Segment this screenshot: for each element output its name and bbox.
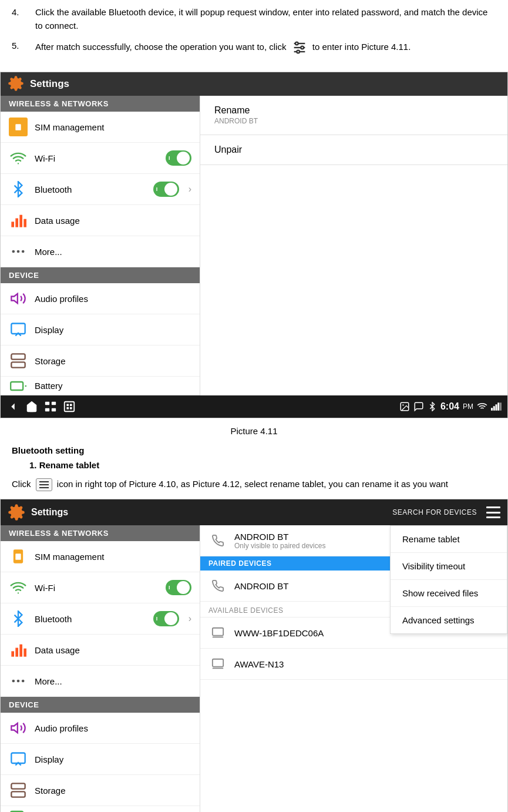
audio-icon-2 bbox=[9, 719, 28, 737]
show-received-files-dropdown[interactable]: Show received files bbox=[391, 580, 507, 607]
audio-item-1[interactable]: Audio profiles bbox=[1, 283, 200, 314]
audio-item-2[interactable]: Audio profiles bbox=[1, 713, 200, 744]
recent-icon-1[interactable] bbox=[44, 400, 57, 413]
screenshot-1: Settings WIRELESS & NETWORKS SIM managem… bbox=[0, 72, 508, 418]
rename-menu-item[interactable]: Rename ANDROID BT bbox=[200, 96, 507, 135]
data-usage-item-2[interactable]: Data usage bbox=[1, 635, 200, 666]
svg-rect-30 bbox=[66, 407, 69, 410]
data-usage-item-1[interactable]: Data usage bbox=[1, 205, 200, 236]
bt-arrow-1: › bbox=[189, 184, 191, 194]
display-label-2: Display bbox=[35, 754, 191, 764]
bluetooth-toggle-knob-1 bbox=[164, 183, 177, 196]
svg-rect-21 bbox=[11, 382, 23, 390]
storage-label-2: Storage bbox=[35, 786, 191, 796]
svg-rect-10 bbox=[19, 215, 22, 227]
wireless-section-header-1: WIRELESS & NETWORKS bbox=[1, 96, 200, 112]
svg-rect-7 bbox=[15, 124, 21, 130]
step-5-before: After match successfully, choose the ope… bbox=[35, 42, 286, 52]
svg-point-5 bbox=[297, 51, 300, 53]
settings-body-1: WIRELESS & NETWORKS SIM management bbox=[1, 96, 507, 395]
wifi-toggle-1[interactable]: I bbox=[166, 150, 191, 166]
svg-rect-8 bbox=[11, 222, 14, 227]
sim-management-item-2[interactable]: SIM management bbox=[1, 541, 200, 572]
wifi-item-2[interactable]: Wi-Fi I bbox=[1, 572, 200, 603]
battery-label-1: Battery bbox=[35, 381, 191, 391]
display-item-2[interactable]: Display bbox=[1, 744, 200, 775]
back-icon-1[interactable] bbox=[6, 400, 19, 413]
more-item-2[interactable]: More... bbox=[1, 666, 200, 697]
wifi-label-1: Wi-Fi bbox=[35, 153, 159, 163]
wifi-toggle-text-2: I bbox=[169, 585, 170, 590]
display-icon-1 bbox=[9, 320, 28, 339]
sim-label-2: SIM management bbox=[35, 552, 191, 562]
audio-label-1: Audio profiles bbox=[35, 294, 191, 304]
bluetooth-setting-header: Bluetooth setting bbox=[0, 441, 508, 458]
rename-tablet-label: 1. Rename tablet bbox=[29, 460, 99, 470]
wifi-toggle-knob-1 bbox=[177, 152, 190, 165]
svg-point-33 bbox=[402, 404, 403, 405]
data-icon-2 bbox=[9, 640, 28, 659]
click-middle: icon in right top of Picture 4.10, as Pi… bbox=[57, 479, 448, 489]
wifi-statusbar-icon-1 bbox=[477, 401, 487, 412]
battery-item-2[interactable]: Battery bbox=[1, 806, 200, 812]
screenshot-icon-1[interactable] bbox=[63, 400, 76, 413]
rename-sub: ANDROID BT bbox=[214, 117, 493, 125]
svg-rect-37 bbox=[497, 402, 499, 411]
battery-item-1[interactable]: Battery bbox=[1, 377, 200, 395]
bluetooth-toggle-1[interactable]: I bbox=[153, 182, 179, 197]
available-device-2[interactable]: AWAVE-N13 bbox=[200, 649, 507, 680]
rename-tablet-item: 1. Rename tablet bbox=[0, 458, 508, 472]
svg-point-3 bbox=[295, 42, 298, 45]
storage-item-1[interactable]: Storage bbox=[1, 345, 200, 377]
sim-management-item-1[interactable]: SIM management bbox=[1, 112, 200, 143]
more-item-1[interactable]: More... bbox=[1, 236, 200, 267]
display-icon-2 bbox=[9, 750, 28, 769]
wifi-toggle-2[interactable]: I bbox=[166, 580, 191, 595]
wifi-label-2: Wi-Fi bbox=[35, 583, 159, 593]
step-5: 5. After match successfully, choose the … bbox=[12, 39, 496, 56]
tuning-icon bbox=[291, 39, 308, 56]
svg-rect-34 bbox=[491, 408, 493, 411]
svg-rect-26 bbox=[52, 408, 56, 412]
svg-rect-42 bbox=[15, 648, 18, 657]
display-item-1[interactable]: Display bbox=[1, 314, 200, 345]
advanced-settings-dropdown[interactable]: Advanced settings bbox=[391, 607, 507, 633]
statusbar-time-1: 6:04 bbox=[440, 401, 459, 412]
bluetooth-toggle-text-1: I bbox=[156, 186, 158, 192]
bluetooth-toggle-text-2: I bbox=[156, 616, 158, 622]
settings-left-1: WIRELESS & NETWORKS SIM management bbox=[1, 96, 200, 395]
bluetooth-label-1: Bluetooth bbox=[35, 184, 146, 194]
svg-rect-38 bbox=[500, 402, 502, 411]
sim-label-1: SIM management bbox=[35, 122, 191, 132]
settings-right-1: Rename ANDROID BT Unpair bbox=[200, 96, 507, 395]
visibility-timeout-dropdown[interactable]: Visibility timeout bbox=[391, 553, 507, 580]
bluetooth-toggle-2[interactable]: I bbox=[153, 611, 179, 626]
unpair-label: Unpair bbox=[214, 145, 493, 155]
data-label-2: Data usage bbox=[35, 645, 191, 655]
unpair-menu-item[interactable]: Unpair bbox=[200, 135, 507, 165]
svg-rect-31 bbox=[70, 407, 72, 410]
search-for-devices-text[interactable]: SEARCH FOR DEVICES bbox=[392, 508, 477, 516]
svg-point-12 bbox=[12, 250, 15, 253]
bt-menu-icon[interactable] bbox=[486, 506, 500, 518]
statusbar-pm-1: PM bbox=[463, 402, 473, 411]
bluetooth-icon-2 bbox=[9, 609, 28, 628]
svg-rect-18 bbox=[11, 362, 25, 367]
home-icon-1[interactable] bbox=[25, 400, 38, 413]
bluetooth-item-2[interactable]: Bluetooth I › bbox=[1, 603, 200, 635]
svg-point-46 bbox=[17, 680, 20, 683]
settings-gear-icon-1 bbox=[8, 75, 24, 93]
battery-icon-1 bbox=[9, 377, 28, 395]
bt-left-2: WIRELESS & NETWORKS SIM management bbox=[1, 525, 200, 812]
more-icon-2 bbox=[9, 672, 28, 690]
svg-rect-43 bbox=[19, 645, 22, 657]
storage-icon-1 bbox=[9, 351, 28, 370]
svg-rect-50 bbox=[11, 783, 25, 788]
storage-item-2[interactable]: Storage bbox=[1, 775, 200, 806]
svg-rect-27 bbox=[65, 402, 75, 412]
picture-1-caption: Picture 4.11 bbox=[0, 421, 508, 441]
rename-tablet-dropdown[interactable]: Rename tablet bbox=[391, 526, 507, 553]
bluetooth-item-1[interactable]: Bluetooth I › bbox=[1, 174, 200, 205]
svg-rect-24 bbox=[52, 402, 56, 405]
wifi-item-1[interactable]: Wi-Fi I bbox=[1, 143, 200, 174]
